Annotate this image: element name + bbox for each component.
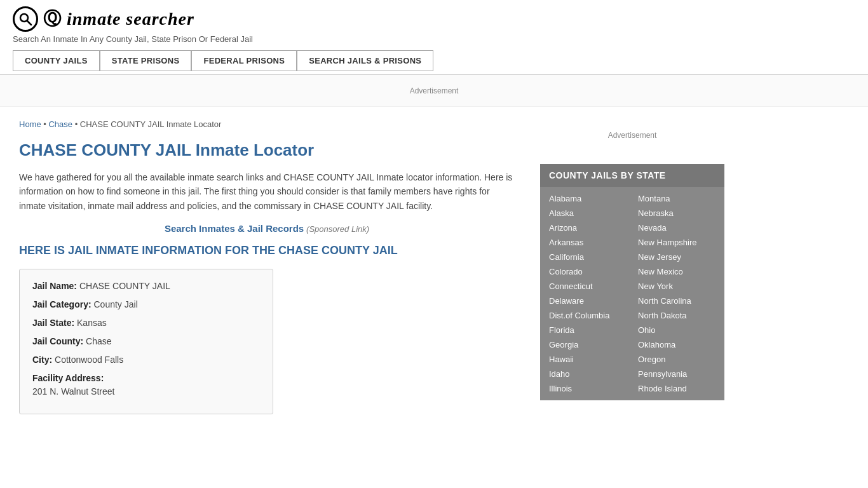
breadcrumb-sep1: • bbox=[41, 119, 49, 129]
state-link-col2[interactable]: North Carolina bbox=[635, 294, 718, 308]
breadcrumb-home[interactable]: Home bbox=[19, 119, 41, 129]
state-link-col2[interactable]: Oregon bbox=[635, 353, 718, 366]
nav-county-jails[interactable]: COUNTY JAILS bbox=[13, 50, 100, 71]
jail-state-val: Kansas bbox=[77, 318, 107, 328]
state-link-col2[interactable]: Nevada bbox=[635, 221, 718, 234]
state-box-title: COUNTY JAILS BY STATE bbox=[540, 164, 724, 187]
sidebar: Advertisement COUNTY JAILS BY STATE Alab… bbox=[534, 107, 731, 427]
jail-name-val: CHASE COUNTY JAIL bbox=[79, 281, 170, 291]
jail-county-val: Chase bbox=[86, 336, 111, 346]
state-link-col1[interactable]: Arkansas bbox=[546, 236, 629, 249]
state-box: COUNTY JAILS BY STATE AlabamaMontanaAlas… bbox=[540, 164, 724, 400]
state-link-col1[interactable]: Illinois bbox=[546, 382, 629, 395]
jail-city-label: City: bbox=[32, 355, 52, 365]
state-link-col1[interactable]: Colorado bbox=[546, 265, 629, 278]
jail-name-row: Jail Name: CHASE COUNTY JAIL bbox=[32, 280, 260, 293]
breadcrumb-sep2: • bbox=[72, 119, 80, 129]
content-area: Home • Chase • CHASE COUNTY JAIL Inmate … bbox=[0, 107, 534, 427]
state-link-col2[interactable]: Ohio bbox=[635, 323, 718, 337]
state-link-col2[interactable]: Montana bbox=[635, 192, 718, 205]
nav-federal-prisons[interactable]: FEDERAL PRISONS bbox=[191, 50, 297, 71]
state-link-col2[interactable]: New Hampshire bbox=[635, 236, 718, 249]
jail-address-label: Facility Address: bbox=[32, 373, 104, 383]
state-link-col1[interactable]: Delaware bbox=[546, 294, 629, 308]
sponsored-link[interactable]: Search Inmates & Jail Records bbox=[165, 223, 304, 234]
nav-search-jails[interactable]: SEARCH JAILS & PRISONS bbox=[297, 50, 433, 71]
state-link-col1[interactable]: Florida bbox=[546, 323, 629, 337]
state-link-col2[interactable]: New Jersey bbox=[635, 250, 718, 264]
jail-state-row: Jail State: Kansas bbox=[32, 316, 260, 330]
logo-icon bbox=[13, 6, 38, 32]
state-link-col2[interactable]: New Mexico bbox=[635, 265, 718, 278]
svg-line-1 bbox=[27, 21, 31, 25]
state-link-col1[interactable]: Hawaii bbox=[546, 353, 629, 366]
state-link-col2[interactable]: Rhode Island bbox=[635, 382, 718, 395]
state-link-col1[interactable]: Alaska bbox=[546, 207, 629, 220]
jail-county-row: Jail County: Chase bbox=[32, 335, 260, 348]
jail-city-row: City: Cottonwood Falls bbox=[32, 353, 260, 367]
state-link-col1[interactable]: Alabama bbox=[546, 192, 629, 205]
jail-category-val: County Jail bbox=[93, 299, 137, 309]
jail-address-val: 201 N. Walnut Street bbox=[32, 386, 114, 396]
sidebar-ad: Advertisement bbox=[540, 119, 724, 151]
main-layout: Home • Chase • CHASE COUNTY JAIL Inmate … bbox=[0, 107, 868, 427]
ad-bar: Advertisement bbox=[0, 75, 868, 107]
state-link-col1[interactable]: Connecticut bbox=[546, 280, 629, 293]
jail-name-label: Jail Name: bbox=[32, 281, 77, 291]
page-title: CHASE COUNTY JAIL Inmate Locator bbox=[19, 140, 515, 160]
state-link-col2[interactable]: New York bbox=[635, 280, 718, 293]
state-link-col2[interactable]: North Dakota bbox=[635, 309, 718, 322]
description: We have gathered for you all the availab… bbox=[19, 170, 515, 213]
breadcrumb-chase[interactable]: Chase bbox=[48, 119, 72, 129]
jail-county-label: Jail County: bbox=[32, 336, 83, 346]
state-link-col2[interactable]: Nebraska bbox=[635, 207, 718, 220]
breadcrumb: Home • Chase • CHASE COUNTY JAIL Inmate … bbox=[19, 119, 515, 129]
jail-city-val: Cottonwood Falls bbox=[55, 355, 123, 365]
jail-category-row: Jail Category: County Jail bbox=[32, 298, 260, 311]
state-list: AlabamaMontanaAlaskaNebraskaArizonaNevad… bbox=[540, 187, 724, 400]
sponsored-link-area: Search Inmates & Jail Records (Sponsored… bbox=[19, 223, 515, 234]
jail-state-label: Jail State: bbox=[32, 318, 74, 328]
nav: COUNTY JAILS STATE PRISONS FEDERAL PRISO… bbox=[13, 50, 855, 71]
breadcrumb-current: CHASE COUNTY JAIL Inmate Locator bbox=[80, 119, 222, 129]
jail-category-label: Jail Category: bbox=[32, 299, 92, 309]
section-heading: HERE IS JAIL INMATE INFORMATION FOR THE … bbox=[19, 243, 515, 259]
tagline: Search An Inmate In Any County Jail, Sta… bbox=[13, 34, 855, 44]
state-link-col1[interactable]: California bbox=[546, 250, 629, 264]
state-link-col2[interactable]: Pennsylvania bbox=[635, 367, 718, 381]
nav-state-prisons[interactable]: STATE PRISONS bbox=[100, 50, 192, 71]
state-link-col1[interactable]: Dist.of Columbia bbox=[546, 309, 629, 322]
jail-address-row: Facility Address: 201 N. Walnut Street bbox=[32, 372, 260, 398]
header: Ⓠ inmate searcher Search An Inmate In An… bbox=[0, 0, 868, 75]
sponsored-note-text: (Sponsored Link) bbox=[306, 224, 369, 234]
logo-text: Ⓠ inmate searcher bbox=[43, 7, 194, 31]
state-link-col2[interactable]: Oklahoma bbox=[635, 338, 718, 351]
state-link-col1[interactable]: Georgia bbox=[546, 338, 629, 351]
logo-area: Ⓠ inmate searcher bbox=[13, 6, 855, 32]
state-link-col1[interactable]: Arizona bbox=[546, 221, 629, 234]
state-link-col1[interactable]: Idaho bbox=[546, 367, 629, 381]
info-box: Jail Name: CHASE COUNTY JAIL Jail Catego… bbox=[19, 269, 273, 414]
